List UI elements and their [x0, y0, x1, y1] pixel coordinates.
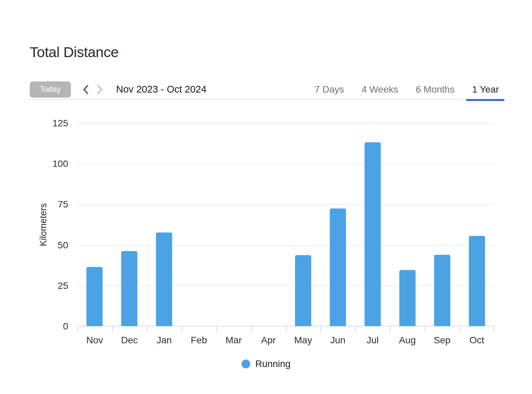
x-label-may: May — [286, 335, 321, 346]
y-label-100: 100 — [41, 158, 68, 169]
bar-sep[interactable] — [434, 255, 450, 326]
page-title: Total Distance — [30, 44, 118, 60]
tab-7-days[interactable]: 7 Days — [315, 80, 344, 99]
bar-jun[interactable] — [330, 208, 346, 326]
bar-oct[interactable] — [469, 236, 485, 326]
plot-area — [77, 123, 494, 326]
app-window: Total Distance Today Nov 2023 - Oct 2024… — [0, 0, 532, 394]
x-axis-tick — [77, 326, 78, 332]
range-tabs: 7 Days4 Weeks6 Months1 Year — [315, 80, 499, 99]
y-label-25: 25 — [41, 280, 68, 291]
x-label-jul: Jul — [355, 335, 390, 346]
x-axis-tick — [425, 326, 425, 332]
today-button[interactable]: Today — [30, 81, 71, 98]
tab-4-weeks[interactable]: 4 Weeks — [362, 80, 398, 99]
x-label-jan: Jan — [147, 335, 182, 346]
bar-dec[interactable] — [121, 251, 137, 326]
date-range-label: Nov 2023 - Oct 2024 — [116, 84, 207, 95]
tab-1-year[interactable]: 1 Year — [472, 80, 499, 99]
next-period-button[interactable] — [97, 84, 103, 95]
x-axis-tick — [182, 326, 182, 332]
legend: Running — [241, 359, 290, 369]
bar-nov[interactable] — [86, 267, 103, 326]
x-label-aug: Aug — [390, 335, 425, 346]
bar-aug[interactable] — [399, 270, 416, 326]
bar-jan[interactable] — [156, 232, 172, 326]
x-label-sep: Sep — [425, 335, 460, 346]
legend-running-label: Running — [255, 359, 290, 369]
chevron-right-icon — [97, 84, 103, 95]
x-axis-tick — [216, 326, 217, 332]
x-label-mar: Mar — [216, 335, 251, 346]
chevron-left-icon — [82, 84, 89, 95]
x-axis-tick — [147, 326, 148, 332]
legend-running-dot — [241, 360, 250, 368]
x-label-feb: Feb — [181, 335, 216, 346]
tab-6-months[interactable]: 6 Months — [416, 80, 454, 99]
x-axis-tick — [286, 326, 287, 332]
x-axis-tick — [112, 326, 113, 332]
y-label-50: 50 — [41, 240, 68, 251]
x-axis-tick — [494, 326, 494, 332]
x-label-dec: Dec — [112, 335, 147, 346]
previous-period-button[interactable] — [82, 84, 89, 95]
x-axis-tick — [251, 326, 252, 332]
x-label-nov: Nov — [77, 335, 112, 346]
x-axis-tick — [390, 326, 391, 332]
x-axis-tick — [459, 326, 460, 332]
bar-jul[interactable] — [365, 142, 381, 326]
y-label-0: 0 — [41, 321, 68, 332]
chart-toolbar: Today Nov 2023 - Oct 2024 7 Days4 Weeks6… — [30, 80, 499, 100]
bar-may[interactable] — [295, 255, 311, 326]
x-label-oct: Oct — [459, 335, 495, 346]
x-axis-tick — [320, 326, 321, 332]
x-axis-tick — [355, 326, 356, 332]
y-label-75: 75 — [41, 199, 68, 210]
y-label-125: 125 — [41, 118, 68, 129]
x-label-apr: Apr — [251, 335, 286, 346]
x-label-jun: Jun — [320, 335, 355, 346]
